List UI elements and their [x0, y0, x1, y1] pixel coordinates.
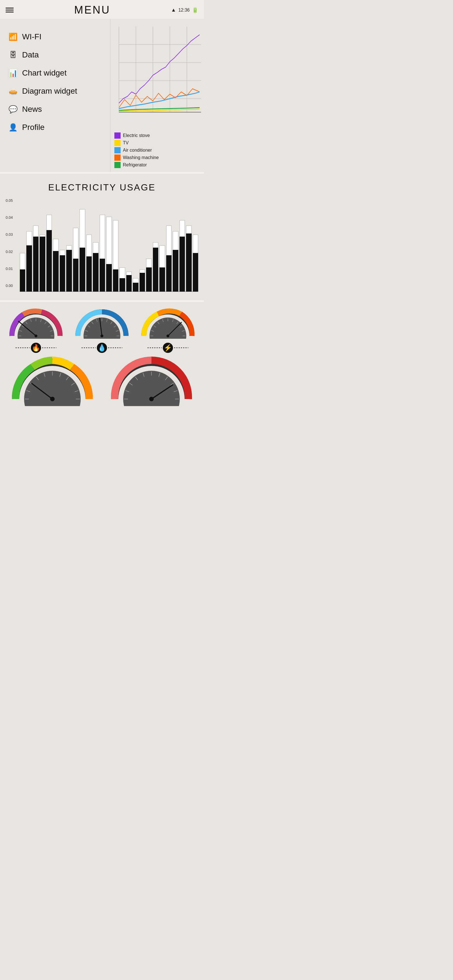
bar-inner: [53, 251, 58, 291]
svg-point-51: [166, 334, 169, 337]
news-icon: 💬: [8, 105, 18, 114]
bar-inner: [60, 255, 65, 291]
app-title: MENU: [74, 4, 110, 16]
bar-group: [80, 198, 85, 291]
bar-group: [46, 198, 52, 291]
bar-group: [120, 198, 125, 291]
sidebar-item-diagram[interactable]: 🥧 Diagram widget: [8, 82, 104, 100]
bar-inner: [120, 278, 125, 291]
bar-inner: [20, 269, 25, 291]
legend-item: Refrigerator: [114, 162, 201, 168]
divider-water: 💧: [81, 343, 122, 353]
bar-inner: [166, 255, 172, 291]
bar-inner: [66, 250, 72, 291]
bar-inner: [100, 259, 105, 291]
gauges-bottom-row: [3, 355, 201, 407]
bar-inner: [173, 250, 178, 291]
bar-group: [126, 198, 132, 291]
svg-point-79: [149, 397, 154, 401]
sidebar-item-data[interactable]: 🗄 Data: [8, 46, 104, 64]
bar-group: [146, 198, 152, 291]
gauge-3: [140, 308, 196, 339]
header: MENU ▲ 12:36 🔋: [0, 0, 204, 19]
svg-point-37: [100, 334, 103, 337]
chart-icon: 📊: [8, 69, 18, 78]
bar-inner: [133, 283, 138, 291]
bar-group: [186, 198, 191, 291]
legend-color: [114, 154, 121, 161]
legend-color: [114, 147, 121, 153]
y-label: 0.03: [6, 232, 13, 237]
profile-icon: 👤: [8, 123, 18, 132]
bar-group: [93, 198, 98, 291]
hamburger-menu-icon[interactable]: [6, 8, 14, 13]
bar-group: [133, 198, 138, 291]
bar-inner: [126, 275, 132, 291]
bar-group: [20, 198, 25, 291]
bar-inner: [80, 248, 85, 291]
gauge-4: [11, 355, 93, 407]
bar-group: [180, 198, 185, 291]
bar-inner: [113, 269, 118, 291]
top-section: 📶 WI-FI 🗄 Data 📊 Chart widget 🥧 Diagram …: [0, 19, 204, 172]
bar-inner: [46, 230, 52, 291]
bar-inner: [86, 256, 92, 291]
bar-group: [53, 198, 58, 291]
legend-item: Washing machine: [114, 154, 201, 161]
gauges-section: 🔥 💧 ⚡: [0, 300, 204, 413]
sidebar-item-label: Profile: [22, 123, 45, 132]
sidebar-item-label: Data: [22, 50, 39, 59]
water-icon: 💧: [97, 343, 107, 353]
y-label: 0.02: [6, 250, 13, 254]
bar-group: [106, 198, 112, 291]
clock: 12:36: [179, 8, 190, 13]
bar-chart: 0.000.010.020.030.040.05: [6, 198, 198, 294]
bar-group: [33, 198, 38, 291]
line-chart: [113, 22, 201, 130]
legend-label: TV: [123, 140, 129, 145]
bar-group: [100, 198, 105, 291]
electricity-title: ELECTRICITY USAGE: [6, 182, 198, 193]
legend-label: Refrigerator: [123, 162, 147, 167]
gauge-5: [110, 355, 193, 407]
legend-color: [114, 140, 121, 146]
bar-group: [153, 198, 158, 291]
diagram-icon: 🥧: [8, 87, 18, 95]
legend-label: Electric stove: [123, 133, 150, 138]
sidebar-item-label: News: [22, 105, 42, 114]
sidebar-item-profile[interactable]: 👤 Profile: [8, 118, 104, 137]
data-icon: 🗄: [8, 51, 18, 59]
bar-group: [173, 198, 178, 291]
sidebar-item-chart[interactable]: 📊 Chart widget: [8, 64, 104, 82]
y-axis-labels: 0.000.010.020.030.040.05: [6, 198, 13, 289]
lightning-icon: ⚡: [163, 343, 173, 353]
divider-electric: ⚡: [147, 343, 188, 353]
wifi-icon: 📶: [8, 33, 18, 41]
bar-group: [113, 198, 118, 291]
bar-inner: [193, 253, 198, 291]
svg-point-23: [35, 334, 37, 337]
bar-inner: [93, 253, 98, 291]
bar-inner: [73, 259, 78, 291]
signal-icon: ▲: [171, 7, 176, 13]
chart-legend: Electric stove TV Air conditioner Washin…: [113, 130, 201, 169]
electricity-section: ELECTRICITY USAGE 0.000.010.020.030.040.…: [0, 172, 204, 300]
sidebar-item-news[interactable]: 💬 News: [8, 100, 104, 118]
bar-group: [66, 198, 72, 291]
gauge-divider-row: 🔥 💧 ⚡: [3, 342, 201, 355]
legend-item: Air conditioner: [114, 147, 201, 153]
sidebar-item-label: Diagram widget: [22, 87, 77, 95]
bar-group: [140, 198, 145, 291]
bar-inner: [180, 237, 185, 291]
bar-inner: [160, 267, 165, 291]
sidebar-item-label: Chart widget: [22, 68, 67, 78]
sidebar-item-label: WI-FI: [22, 32, 41, 41]
bar-chart-bars: [20, 198, 198, 292]
bar-inner: [186, 234, 191, 291]
legend-item: TV: [114, 140, 201, 146]
sidebar-item-wifi[interactable]: 📶 WI-FI: [8, 28, 104, 46]
gauges-top-row: [3, 308, 201, 339]
legend-color: [114, 162, 121, 168]
status-bar: ▲ 12:36 🔋: [171, 7, 198, 13]
bar-inner: [106, 264, 112, 291]
